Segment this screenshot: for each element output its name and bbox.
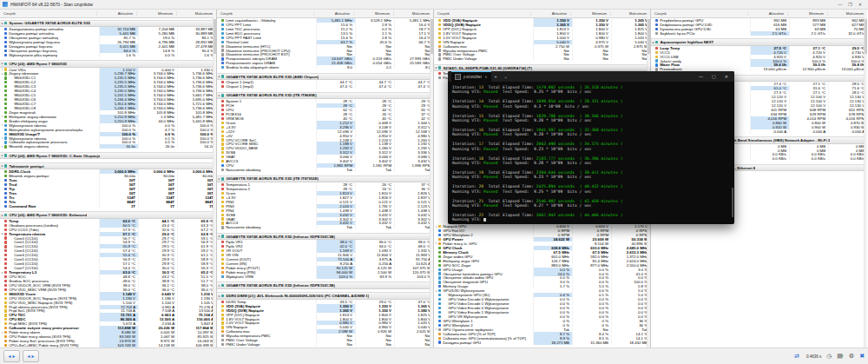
tab-dropdown-icon[interactable]: ⌄	[500, 71, 510, 82]
temperature-icon	[4, 280, 7, 282]
share-icon[interactable]: ⇄	[794, 353, 799, 360]
column-header-min[interactable]: Minimum	[353, 11, 393, 16]
section-header[interactable]: >GIGABYTE X870E AORUS ELITE X3D (Infineo…	[217, 281, 433, 289]
sensor-label: PMIC Under Voltage	[443, 56, 533, 61]
temperature-icon	[221, 109, 224, 111]
section-header[interactable]: vSystem: GIGABYTE X870E AORUS ELITE X3D	[0, 20, 216, 28]
column-header-min[interactable]: Minimum	[787, 11, 827, 16]
column-scrollbar[interactable]	[213, 17, 216, 348]
maximize-button[interactable]: ❐	[848, 2, 852, 7]
temperature-icon	[221, 188, 224, 190]
column-header-max[interactable]: Maksimum	[610, 11, 650, 16]
report-icon[interactable]: ▤+	[837, 353, 844, 360]
clock-icon	[438, 264, 441, 267]
close-sensors-icon[interactable]: ✖	[859, 353, 865, 360]
sensor-label: Dostępna pamięć GPU	[443, 341, 533, 345]
clock-icon	[4, 175, 7, 177]
temperature-icon	[221, 241, 224, 243]
value-max: 1.6 %	[177, 53, 216, 57]
fan-icon	[438, 229, 441, 232]
column-header-current[interactable]: Aktualnie	[530, 11, 570, 16]
sensor-row[interactable]: Chipset 1 (tmp2)47.4 °C47.4 °C47.4 °C	[217, 84, 433, 89]
column-header-min[interactable]: Minimum	[136, 11, 176, 16]
device-icon	[4, 164, 7, 167]
sensor-row[interactable]: Command Rate1T1T1T	[0, 204, 216, 208]
section-header[interactable]: vTaktowanie pamięci	[0, 162, 216, 170]
sensor-row[interactable]: PMIC Under VoltageNieNieNie	[434, 56, 650, 61]
terminal-tab[interactable]: y-cruncher ✕	[451, 71, 491, 82]
sensor-row[interactable]: Naruszenie obudowyTakTakTak	[217, 225, 433, 229]
voltage-icon	[438, 19, 441, 22]
terminal-window[interactable]: y-cruncher ✕ + ⌄ — ▢ ✕ Iteration: 13 Tot…	[448, 71, 734, 224]
column-header-current[interactable]: Aktualnie	[747, 11, 787, 16]
sensor-row[interactable]: Naruszenie obudowyTakTakTak	[217, 168, 433, 172]
collapse-columns-button[interactable]: ◄►	[3, 350, 20, 362]
column-scrollbar[interactable]	[430, 17, 433, 348]
temperature-icon	[4, 258, 7, 261]
section-header[interactable]: vDDR5 DIMM [#1]: AVL Elektronik IN-60000…	[217, 292, 433, 300]
sensor-row[interactable]: PMIC Under VoltageNieNieNie	[217, 342, 433, 347]
fan-icon	[655, 63, 658, 66]
section-header[interactable]: vCPU [#0]: AMD Ryzen 7 9800X3D	[0, 60, 216, 68]
minimize-button[interactable]: —	[838, 2, 842, 7]
column-header-sensor[interactable]: Czujnik	[651, 11, 747, 16]
section-header[interactable]: vGIGABYTE X870E AORUS ELITE X3D (ITE IT8…	[217, 92, 433, 100]
sensor-row[interactable]: Dostępna pamięć GPU18,271 MB15,360 MB18,…	[434, 341, 650, 345]
value-min: 26.0x	[138, 144, 177, 149]
column-header-max[interactable]: Maksimum	[176, 11, 216, 16]
column-header-current[interactable]: Aktualnie	[313, 11, 353, 16]
usage-icon	[221, 41, 224, 43]
temperature-icon	[4, 284, 7, 287]
sensor-row[interactable]: Wydajność VRM103.0 %83.9 %103.0 %	[217, 275, 433, 279]
new-tab-button[interactable]: +	[491, 71, 501, 82]
column-header-max[interactable]: Maksimum	[393, 11, 433, 16]
clock-icon	[438, 251, 441, 254]
sensor-row[interactable]: Wykorzystanie pliku wymiany1.6 %0.0 %1.6…	[0, 53, 216, 57]
terminal-maximize-button[interactable]: ▢	[712, 74, 716, 79]
terminal-minimize-button[interactable]: —	[699, 74, 703, 79]
column-header-min[interactable]: Minimum	[570, 11, 610, 16]
voltage-icon	[221, 151, 224, 154]
section-header[interactable]: >CPU [#0]: AMD Ryzen 7 9800X3D: C-State …	[0, 152, 216, 160]
section-header[interactable]: vCPU [#0]: AMD Ryzen 7 9800X3D: Enhanced	[0, 211, 216, 219]
section-header[interactable]: vGIGABYTE X870E AORUS ELITE X3D (ITE IT8…	[217, 175, 433, 183]
value-current: Tak	[316, 168, 355, 172]
power-icon	[221, 330, 224, 333]
info-icon	[438, 49, 441, 51]
info-icon	[221, 226, 224, 228]
polling-time: 0.4636 s	[806, 354, 821, 359]
voltage-icon	[4, 309, 7, 312]
usage-icon	[4, 141, 7, 143]
sensor-label: Szybkość łącza PCIe	[660, 31, 750, 36]
usage-icon	[438, 272, 441, 275]
memory-icon	[655, 23, 658, 26]
voltage-icon	[655, 51, 658, 54]
value-current: Tak	[316, 225, 355, 229]
column-header-sensor[interactable]: Czujnik	[217, 11, 313, 16]
column-scrollbar[interactable]	[864, 17, 867, 348]
section-header[interactable]: vGIGABYTE X870E AORUS ELITE X3D (Infineo…	[217, 233, 433, 241]
terminal-output[interactable]: Iteration: 13 Total Elapsed Time: 1579.0…	[448, 82, 734, 224]
value-current: 5.7 %	[533, 284, 572, 288]
temperature-icon	[4, 241, 7, 243]
terminal-close-button[interactable]: ✕	[725, 74, 728, 79]
section-header[interactable]: vGIGABYTE X870E AORUS ELITE X3D (AMD Chi…	[217, 73, 433, 81]
column-header-max[interactable]: Maksimum	[827, 11, 867, 16]
info-icon	[438, 53, 441, 56]
expand-columns-button[interactable]: ◄►	[23, 350, 39, 362]
info-icon	[655, 32, 658, 35]
close-button[interactable]: ✕	[858, 2, 862, 7]
settings-gear-icon[interactable]: ⚙	[849, 353, 854, 360]
column-header-sensor[interactable]: Czujnik	[434, 11, 530, 16]
sensor-row[interactable]: >Mnożnik zegara rdzenia50.6x26.0x54.2x	[0, 144, 216, 149]
clock-icon	[438, 247, 441, 249]
value-max: Tak	[394, 225, 433, 229]
column-header-current[interactable]: Aktualnie	[96, 11, 136, 16]
tab-close-icon[interactable]: ✕	[484, 75, 487, 79]
column-header-sensor[interactable]: Czujnik	[0, 11, 96, 16]
section-header[interactable]: vAquacomputer highflow NEXT	[651, 38, 867, 46]
terminal-scrollbar[interactable]	[732, 188, 733, 217]
sensor-row[interactable]: Szybkość łącza PCIe2.5 GT/s2.5 GT/s32.0 …	[651, 31, 867, 36]
sensor-row[interactable]: Średnia liczba aktywnych rdzeni8.00.18.0	[217, 65, 433, 69]
clock-icon[interactable]: ◷	[826, 353, 832, 360]
